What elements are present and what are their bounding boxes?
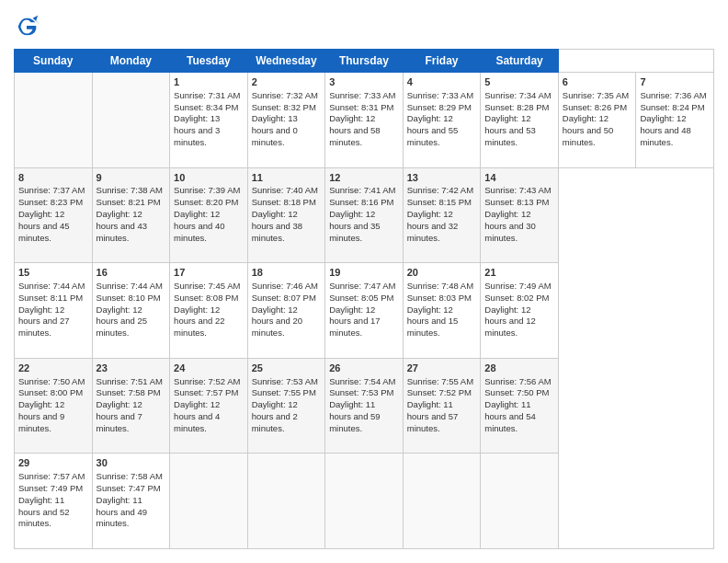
day-number: 12 [329,171,399,185]
logo [14,14,41,40]
sunrise: Sunrise: 7:51 AM [97,376,163,386]
sunrise: Sunrise: 7:50 AM [18,376,85,386]
sunset: Sunset: 8:07 PM [252,293,316,303]
sunset: Sunset: 7:58 PM [97,387,161,397]
sunrise: Sunrise: 7:40 AM [252,185,318,195]
daylight: Daylight: 12 hours and 20 minutes. [252,304,302,339]
calendar-week-row: 8Sunrise: 7:37 AMSunset: 8:23 PMDaylight… [15,167,714,263]
day-number: 20 [407,266,477,280]
daylight: Daylight: 11 hours and 54 minutes. [484,399,535,433]
calendar-day-cell: 9Sunrise: 7:38 AMSunset: 8:21 PMDaylight… [92,167,170,263]
sunrise: Sunrise: 7:44 AM [97,281,163,291]
day-number: 9 [97,171,166,185]
calendar-week-row: 22Sunrise: 7:50 AMSunset: 8:00 PMDayligh… [15,358,714,454]
sunset: Sunset: 7:53 PM [329,387,393,397]
day-number: 26 [329,362,399,375]
sunset: Sunset: 8:29 PM [407,102,472,112]
day-number: 22 [18,362,88,375]
daylight: Daylight: 12 hours and 7 minutes. [97,399,142,433]
sunset: Sunset: 8:32 PM [252,102,316,112]
calendar-day-cell: 30Sunrise: 7:58 AMSunset: 7:47 PMDayligh… [92,454,170,549]
calendar-day-cell: 10Sunrise: 7:39 AMSunset: 8:20 PMDayligh… [170,167,248,263]
sunset: Sunset: 7:49 PM [18,483,83,493]
sunset: Sunset: 8:08 PM [174,293,238,303]
empty-day-cell [15,73,93,168]
calendar-day-cell [325,454,404,549]
daylight: Daylight: 12 hours and 25 minutes. [97,304,147,339]
sunrise: Sunrise: 7:41 AM [329,185,395,195]
calendar-day-cell: 14Sunrise: 7:43 AMSunset: 8:13 PMDayligh… [481,167,559,263]
sunrise: Sunrise: 7:35 AM [563,90,629,100]
day-number: 11 [252,171,322,185]
calendar-day-cell: 5Sunrise: 7:34 AMSunset: 8:28 PMDaylight… [481,73,559,168]
daylight: Daylight: 12 hours and 4 minutes. [174,399,220,433]
sunrise: Sunrise: 7:58 AM [97,471,163,481]
day-number: 3 [329,75,399,89]
calendar-day-cell: 23Sunrise: 7:51 AMSunset: 7:58 PMDayligh… [92,358,170,454]
sunrise: Sunrise: 7:34 AM [484,90,551,100]
sunset: Sunset: 8:18 PM [252,197,316,207]
sunrise: Sunrise: 7:36 AM [640,90,706,100]
sunrise: Sunrise: 7:56 AM [484,376,551,386]
daylight: Daylight: 12 hours and 17 minutes. [329,304,380,339]
daylight: Daylight: 12 hours and 2 minutes. [252,399,298,433]
calendar-day-cell: 22Sunrise: 7:50 AMSunset: 8:00 PMDayligh… [15,358,93,454]
daylight: Daylight: 12 hours and 38 minutes. [252,209,302,243]
sunrise: Sunrise: 7:44 AM [18,281,85,291]
calendar-day-cell: 6Sunrise: 7:35 AMSunset: 8:26 PMDaylight… [558,73,636,168]
day-number: 4 [407,75,477,89]
sunrise: Sunrise: 7:52 AM [174,376,240,386]
sunrise: Sunrise: 7:33 AM [329,90,395,100]
daylight: Daylight: 12 hours and 58 minutes. [329,113,380,147]
day-number: 28 [484,362,554,375]
day-number: 23 [97,362,166,375]
calendar-day-cell: 11Sunrise: 7:40 AMSunset: 8:18 PMDayligh… [247,167,325,263]
calendar-day-cell: 26Sunrise: 7:54 AMSunset: 7:53 PMDayligh… [325,358,404,454]
sunset: Sunset: 8:15 PM [407,197,472,207]
calendar-day-cell: 24Sunrise: 7:52 AMSunset: 7:57 PMDayligh… [170,358,248,454]
sunset: Sunset: 8:00 PM [18,387,83,397]
calendar-day-cell: 2Sunrise: 7:32 AMSunset: 8:32 PMDaylight… [247,73,325,168]
calendar-day-cell: 20Sunrise: 7:48 AMSunset: 8:03 PMDayligh… [403,263,481,359]
day-of-week-header: Friday [403,50,481,73]
day-number: 29 [18,456,88,470]
sunset: Sunset: 7:52 PM [407,387,472,397]
calendar-day-cell [170,454,248,549]
calendar-week-row: 15Sunrise: 7:44 AMSunset: 8:11 PMDayligh… [15,263,714,359]
calendar-day-cell [247,454,325,549]
calendar-day-cell: 28Sunrise: 7:56 AMSunset: 7:50 PMDayligh… [481,358,559,454]
day-number: 15 [18,266,88,280]
calendar-day-cell: 1Sunrise: 7:31 AMSunset: 8:34 PMDaylight… [170,73,248,168]
day-of-week-header: Thursday [325,50,404,73]
page-header [14,14,714,40]
sunset: Sunset: 8:24 PM [640,102,704,112]
daylight: Daylight: 11 hours and 52 minutes. [18,495,69,529]
sunrise: Sunrise: 7:53 AM [252,376,318,386]
sunrise: Sunrise: 7:49 AM [484,281,551,291]
calendar-table: SundayMondayTuesdayWednesdayThursdayFrid… [14,49,714,549]
daylight: Daylight: 11 hours and 57 minutes. [407,399,458,433]
sunset: Sunset: 8:11 PM [18,293,83,303]
day-of-week-header: Wednesday [247,50,325,73]
day-number: 1 [174,75,244,89]
sunrise: Sunrise: 7:55 AM [407,376,473,386]
daylight: Daylight: 12 hours and 48 minutes. [640,113,690,147]
day-number: 30 [97,456,166,470]
calendar-day-cell: 21Sunrise: 7:49 AMSunset: 8:02 PMDayligh… [481,263,559,359]
day-number: 8 [18,171,88,185]
sunset: Sunset: 7:57 PM [174,387,238,397]
daylight: Daylight: 12 hours and 53 minutes. [484,113,535,147]
sunrise: Sunrise: 7:32 AM [252,90,318,100]
sunset: Sunset: 7:55 PM [252,387,316,397]
calendar-day-cell: 18Sunrise: 7:46 AMSunset: 8:07 PMDayligh… [247,263,325,359]
sunset: Sunset: 8:10 PM [97,293,161,303]
day-number: 7 [640,75,710,89]
day-number: 13 [407,171,477,185]
calendar-day-cell [403,454,481,549]
calendar-week-row: 29Sunrise: 7:57 AMSunset: 7:49 PMDayligh… [15,454,714,549]
sunset: Sunset: 8:03 PM [407,293,472,303]
sunset: Sunset: 7:47 PM [97,483,161,493]
sunrise: Sunrise: 7:47 AM [329,281,395,291]
sunrise: Sunrise: 7:48 AM [407,281,473,291]
daylight: Daylight: 12 hours and 12 minutes. [484,304,535,339]
